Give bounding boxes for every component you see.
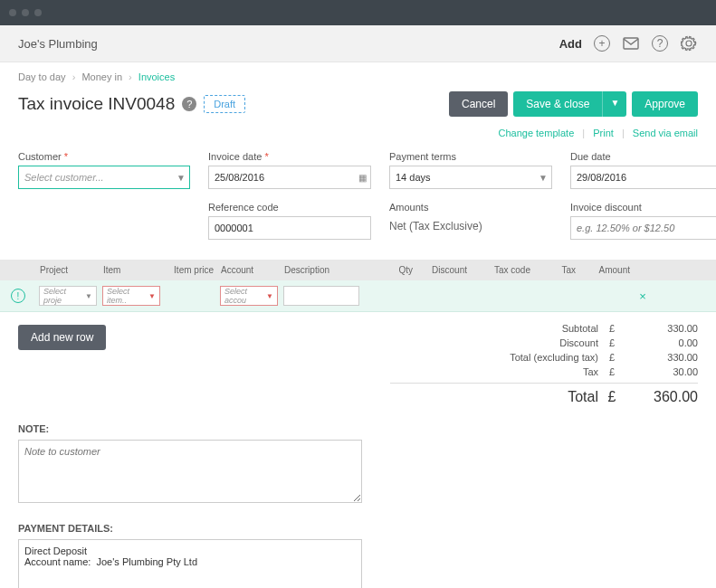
subtotal-label: Subtotal (390, 323, 598, 334)
add-row-button[interactable]: Add new row (18, 325, 106, 350)
tax-value: 30.00 (625, 366, 698, 377)
due-date-label: Due date (570, 151, 716, 162)
description-input[interactable] (283, 286, 359, 306)
excl-tax-value: 330.00 (625, 352, 698, 363)
payment-details-label: PAYMENT DETAILS: (18, 523, 362, 534)
send-email-link[interactable]: Send via email (633, 128, 698, 138)
line-items-header: Project Item Item price Account Descript… (0, 260, 716, 280)
project-select[interactable]: Select proje▼ (39, 286, 97, 306)
add-icon[interactable]: + (593, 34, 611, 52)
add-label[interactable]: Add (559, 37, 582, 51)
company-name: Joe's Plumbing (18, 37, 98, 51)
discount-total-value: 0.00 (625, 337, 698, 348)
discount-input[interactable] (570, 216, 716, 240)
total-value: 360.00 (625, 389, 698, 405)
topbar: Joe's Plumbing Add + ? (0, 25, 716, 62)
gear-icon[interactable] (680, 34, 698, 52)
mail-icon[interactable] (622, 34, 640, 52)
svg-rect-0 (624, 38, 638, 49)
title-help-icon[interactable]: ? (182, 97, 196, 111)
approve-button[interactable]: Approve (632, 91, 698, 117)
customer-select[interactable]: Select customer... (18, 166, 190, 189)
help-icon[interactable]: ? (651, 34, 669, 52)
change-template-link[interactable]: Change template (498, 128, 574, 138)
line-item-row: ! Select proje▼ Select item..▼ Select ac… (0, 280, 716, 312)
note-textarea[interactable] (18, 440, 362, 503)
crumb-invoices[interactable]: Invoices (138, 71, 175, 82)
payment-terms-select[interactable] (389, 166, 552, 189)
tax-label: Tax (390, 366, 598, 377)
customer-label: Customer * (18, 151, 190, 162)
invoice-date-input[interactable] (208, 166, 371, 189)
subtotal-value: 330.00 (625, 323, 698, 334)
due-date-input[interactable] (570, 166, 716, 189)
remove-row-icon[interactable]: × (634, 289, 652, 303)
ref-input[interactable] (208, 216, 371, 240)
row-alert-icon[interactable]: ! (11, 289, 25, 303)
page-title: Tax invoice INV0048 ? Draft (18, 94, 245, 114)
payment-terms-label: Payment terms (389, 151, 552, 162)
amounts-value: Net (Tax Exclusive) (389, 216, 552, 232)
account-select[interactable]: Select accou▼ (220, 286, 278, 306)
cancel-button[interactable]: Cancel (449, 91, 508, 117)
total-label: Total (390, 389, 598, 405)
invoice-date-label: Invoice date * (208, 151, 371, 162)
traffic-dot (9, 9, 16, 16)
discount-label: Invoice discount (570, 202, 716, 213)
traffic-dot (34, 9, 42, 16)
item-select[interactable]: Select item..▼ (102, 286, 160, 306)
print-link[interactable]: Print (593, 128, 614, 138)
crumb-money[interactable]: Money in (81, 71, 122, 82)
traffic-dot (22, 9, 29, 16)
amounts-label: Amounts (389, 202, 552, 213)
ref-label: Reference code (208, 202, 371, 213)
save-dropdown[interactable]: ▼ (602, 91, 626, 117)
excl-tax-label: Total (excluding tax) (390, 352, 598, 363)
crumb-day[interactable]: Day to day (18, 71, 66, 82)
save-close-button[interactable]: Save & close (513, 91, 602, 117)
window-chrome (0, 0, 716, 25)
breadcrumb: Day to day › Money in › Invoices (0, 62, 716, 86)
note-label: NOTE: (18, 423, 362, 434)
payment-details-textarea[interactable] (18, 539, 362, 588)
discount-total-label: Discount (390, 337, 598, 348)
status-badge: Draft (204, 95, 245, 113)
